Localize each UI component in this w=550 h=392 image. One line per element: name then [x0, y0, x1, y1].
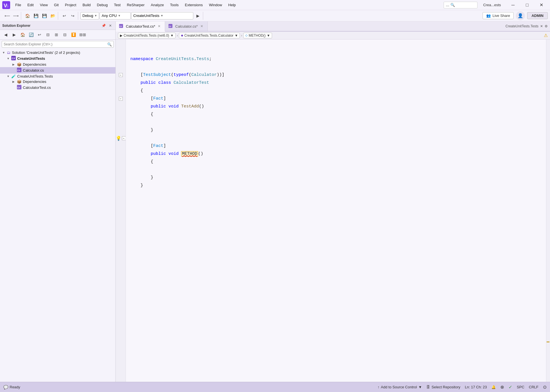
maximize-button[interactable]: □	[521, 0, 534, 10]
menu-test[interactable]: Test	[111, 2, 124, 8]
menu-edit[interactable]: Edit	[25, 2, 36, 8]
startup-project-dropdown[interactable]: CreateUnitTests ▼	[131, 12, 193, 19]
se-collapse-button[interactable]: ⊟	[44, 31, 52, 39]
breadcrumb-project[interactable]: ▶ CreateUnitTests.Tests (net6.0) ▼	[118, 33, 176, 38]
fold-button[interactable]: −	[122, 136, 126, 140]
toolbar-back-button[interactable]: ⟵	[3, 12, 11, 20]
chevron-down-icon: ▼	[94, 14, 97, 17]
breadcrumb-project-label: CreateUnitTests.Tests (net6.0)	[124, 34, 169, 38]
tree-item-calculatortest-cs[interactable]: C# CalculatorTest.cs	[0, 84, 115, 91]
add-source-label: Add to Source Control	[381, 385, 417, 389]
se-settings2-button[interactable]: ⊟	[61, 31, 69, 39]
pin-icon[interactable]: 📌	[101, 23, 106, 28]
chevron-down-icon: ▼	[170, 34, 174, 38]
tree-item-project2[interactable]: ▼ 🧪 CreateUnitTests.Tests	[0, 74, 115, 79]
fold-testadd-icon: −	[119, 95, 123, 103]
tree-item-deps1[interactable]: ▶ 📦 Dependencies	[0, 62, 115, 67]
toolbar-redo-button[interactable]: ↪	[69, 12, 77, 20]
chevron-down-icon: ▼	[267, 34, 270, 38]
breadcrumb-sep1: ›	[177, 34, 178, 38]
menu-window[interactable]: Window	[206, 2, 225, 8]
breadcrumb-class[interactable]: ◆ CreateUnitTests.Tests.Calculator ▼	[179, 33, 240, 38]
add-to-source-control[interactable]: ↑ Add to Source Control ▼	[378, 385, 422, 389]
menu-git[interactable]: Git	[51, 2, 62, 8]
deps2-label: Dependencies	[23, 80, 46, 84]
tree-item-deps2[interactable]: ▶ 📦 Dependencies	[0, 79, 115, 84]
menu-help[interactable]: Help	[225, 2, 239, 8]
toolbar-undo-button[interactable]: ↩	[60, 12, 68, 20]
tree-item-project1[interactable]: ▼ C# CreateUnitTests	[0, 55, 115, 62]
se-refresh-button[interactable]: ↩	[36, 31, 43, 39]
no-arrow	[12, 86, 17, 89]
toolbar-edit-group: ↩ ↪	[59, 12, 78, 20]
tree-item-calculator-cs[interactable]: C# Calculator.cs	[0, 67, 115, 74]
close-icon[interactable]: ✕	[108, 23, 113, 28]
toolbar-forward-button[interactable]: ⟶	[12, 12, 20, 20]
se-filter-button[interactable]: ⏬	[69, 31, 77, 39]
se-settings1-button[interactable]: ⊞	[52, 31, 60, 39]
fold-button[interactable]: −	[119, 73, 123, 77]
menu-build[interactable]: Build	[80, 2, 93, 8]
title-bar: V S File Edit View Git Project Build Deb…	[0, 0, 550, 10]
editor-scrollbar[interactable]	[546, 39, 550, 382]
menu-debug[interactable]: Debug	[94, 2, 110, 8]
toolbar-profile-button[interactable]: 👤	[516, 11, 525, 20]
solution-explorer-search[interactable]: 🔍	[2, 41, 114, 48]
status-circle3[interactable]: ⊙	[543, 384, 547, 390]
menu-analyze[interactable]: Analyze	[148, 2, 166, 8]
csharp-file-icon: C#	[17, 68, 21, 73]
open-brace-2: {	[130, 159, 153, 164]
code-content-area[interactable]: namespace CreateUnitTests.Tests; [TestSu…	[126, 39, 546, 382]
se-grid-button[interactable]: ⊞⊞	[78, 31, 87, 39]
toolbar-save-all-button[interactable]: 💾	[40, 12, 48, 20]
status-circle2[interactable]: ✓	[509, 384, 512, 390]
tab-calculator-label: Calculator.cs*	[175, 24, 198, 28]
breadcrumb-method[interactable]: ◇ METHOD() ▼	[243, 33, 272, 38]
se-sync-button[interactable]: 🔄	[27, 31, 35, 39]
status-encoding[interactable]: SPC	[517, 385, 524, 389]
menu-file[interactable]: File	[12, 2, 24, 8]
menu-tools[interactable]: Tools	[167, 2, 181, 8]
menu-extensions[interactable]: Extensions	[182, 2, 206, 8]
se-back-button[interactable]: ◀	[2, 31, 10, 39]
menu-resharper[interactable]: ReSharper	[124, 2, 147, 8]
settings-icon[interactable]: ⚙	[545, 24, 548, 28]
tab-close-right-icon[interactable]: ✕	[540, 24, 543, 28]
scroll-position-indicator	[547, 342, 549, 342]
svg-text:C#: C#	[119, 25, 122, 27]
solution-icon: 🗂	[7, 50, 10, 55]
admin-button[interactable]: ADMIN	[527, 12, 548, 19]
se-forward-button[interactable]: ▶	[10, 31, 18, 39]
debug-config-dropdown[interactable]: Debug ▼	[80, 12, 99, 19]
svg-text:C#: C#	[12, 57, 15, 60]
status-line-ending[interactable]: CRLF	[529, 385, 538, 389]
live-share-button[interactable]: 👥 Live Share	[483, 12, 514, 19]
minimize-button[interactable]: ─	[507, 0, 520, 10]
position-label: Ln: 17 Ch: 23	[465, 385, 487, 389]
platform-dropdown[interactable]: Any CPU ▼	[100, 12, 131, 19]
close-button[interactable]: ✕	[535, 0, 548, 10]
fold-button[interactable]: −	[119, 97, 123, 101]
tab-calculator[interactable]: C# Calculator.cs* ✕	[165, 21, 207, 31]
tree-item-solution[interactable]: ▼ 🗂 Solution 'CreateUnitTests' (2 of 2 p…	[0, 50, 115, 55]
status-bell[interactable]: 🔔	[491, 385, 496, 389]
toolbar-save-button[interactable]: 💾	[32, 12, 40, 20]
search-input[interactable]	[4, 42, 107, 46]
select-repository[interactable]: 🗄 Select Repository	[426, 385, 460, 389]
toolbar-run-button[interactable]: ▶	[194, 12, 202, 20]
status-circle1[interactable]: ⊗	[500, 384, 504, 390]
tab-calculatortest[interactable]: C# CalculatorTest.cs* ✕	[116, 21, 165, 32]
se-home-button[interactable]: 🏠	[19, 31, 27, 39]
tab-calculatortest-close[interactable]: ✕	[157, 24, 161, 28]
method-icon: ◇	[245, 34, 247, 37]
chevron-down-icon: ▼	[161, 14, 163, 17]
toolbar-open-button[interactable]: 📂	[49, 12, 57, 20]
menu-view[interactable]: View	[37, 2, 51, 8]
lightbulb-icon[interactable]: 💡	[116, 136, 121, 141]
toolbar-home-button[interactable]: 🏠	[23, 12, 31, 20]
title-search[interactable]: … 🔍	[444, 2, 477, 8]
status-bar-right: ↑ Add to Source Control ▼ 🗄 Select Repos…	[378, 384, 547, 390]
menu-project[interactable]: Project	[62, 2, 79, 8]
tab-calculator-close[interactable]: ✕	[200, 24, 204, 28]
code-editor[interactable]: − − 💡 −	[116, 39, 550, 382]
